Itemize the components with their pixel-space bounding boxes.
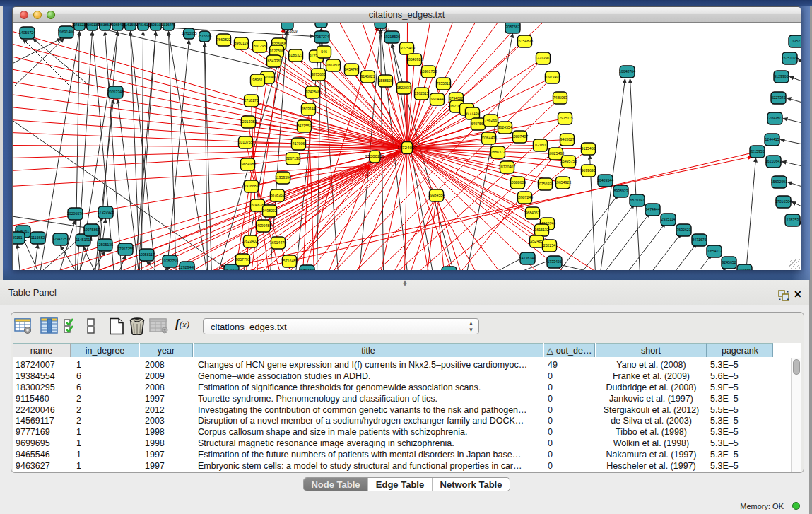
svg-text:924565: 924565 <box>739 268 751 270</box>
svg-text:12093872: 12093872 <box>767 116 783 120</box>
svg-text:20691406: 20691406 <box>58 30 74 34</box>
svg-text:16409544: 16409544 <box>597 178 613 182</box>
svg-text:16210643: 16210643 <box>765 159 782 163</box>
svg-text:8427552: 8427552 <box>297 124 311 128</box>
svg-text:9227342: 9227342 <box>771 95 785 100</box>
svg-text:14055724: 14055724 <box>19 30 35 35</box>
svg-text:19384554: 19384554 <box>428 193 445 197</box>
svg-text:18907249: 18907249 <box>517 195 533 199</box>
svg-text:9699695: 9699695 <box>581 168 595 173</box>
svg-text:2718170: 2718170 <box>244 98 258 103</box>
svg-text:16033809: 16033809 <box>281 29 297 33</box>
svg-text:546: 546 <box>321 49 327 54</box>
svg-text:20364436: 20364436 <box>481 136 497 140</box>
svg-text:9857791: 9857791 <box>235 257 249 262</box>
svg-text:7955812: 7955812 <box>436 81 450 86</box>
svg-text:18724007: 18724007 <box>397 145 417 150</box>
svg-text:252254: 252254 <box>543 243 555 247</box>
svg-text:8454749: 8454749 <box>344 67 358 71</box>
svg-text:8471676: 8471676 <box>692 238 706 242</box>
svg-text:12923448: 12923448 <box>179 265 195 269</box>
svg-text:8186323: 8186323 <box>288 53 302 57</box>
svg-text:17359928: 17359928 <box>98 210 114 214</box>
svg-text:7886372: 7886372 <box>490 150 505 154</box>
svg-text:62160: 62160 <box>535 143 546 147</box>
svg-text:3875685: 3875685 <box>311 72 325 76</box>
svg-text:7632621: 7632621 <box>676 228 690 232</box>
svg-text:12505135: 12505135 <box>97 243 113 247</box>
svg-text:17016504: 17016504 <box>775 199 792 204</box>
svg-text:98961: 98961 <box>252 78 263 82</box>
svg-text:10973493: 10973493 <box>544 75 560 79</box>
svg-text:10975867: 10975867 <box>83 228 100 232</box>
svg-text:1145191: 1145191 <box>76 238 90 242</box>
svg-text:1316475: 1316475 <box>162 23 176 27</box>
svg-text:7357274: 7357274 <box>314 35 329 39</box>
svg-text:12975115: 12975115 <box>557 116 573 120</box>
svg-text:15692991: 15692991 <box>771 180 787 184</box>
svg-text:10756928: 10756928 <box>537 182 553 186</box>
svg-text:1615132: 1615132 <box>534 228 548 232</box>
svg-text:9463627: 9463627 <box>560 137 574 141</box>
svg-text:12213382: 12213382 <box>240 119 257 124</box>
svg-text:1588520: 1588520 <box>378 78 392 83</box>
svg-text:10654112: 10654112 <box>706 249 722 253</box>
svg-text:7663822: 7663822 <box>216 37 230 42</box>
svg-text:9129966: 9129966 <box>774 74 788 78</box>
svg-text:12213967: 12213967 <box>535 56 551 60</box>
svg-text:9593103: 9593103 <box>149 23 163 27</box>
svg-text:9146821: 9146821 <box>360 74 375 78</box>
svg-text:8267130: 8267130 <box>286 156 300 160</box>
svg-text:7485063: 7485063 <box>553 95 567 100</box>
svg-text:11353594: 11353594 <box>275 175 291 180</box>
svg-text:17957255: 17957255 <box>117 247 134 251</box>
svg-text:16648764: 16648764 <box>619 69 635 74</box>
svg-text:9474444: 9474444 <box>645 207 659 211</box>
svg-text:9498222: 9498222 <box>262 209 276 213</box>
svg-text:18640910: 18640910 <box>406 57 423 62</box>
svg-text:7623402: 7623402 <box>243 239 257 243</box>
svg-text:746266: 746266 <box>485 118 497 122</box>
svg-text:128753: 128753 <box>787 218 799 222</box>
svg-text:1916682: 1916682 <box>244 184 258 188</box>
svg-text:6497568: 6497568 <box>471 122 485 126</box>
svg-text:16543362: 16543362 <box>266 59 282 63</box>
svg-text:1010755: 1010755 <box>238 140 252 144</box>
svg-text:12942757: 12942757 <box>52 237 69 241</box>
svg-text:10688609: 10688609 <box>510 180 526 185</box>
svg-text:9684067: 9684067 <box>525 211 539 215</box>
svg-text:7515526: 7515526 <box>198 34 212 38</box>
svg-text:2087682: 2087682 <box>505 25 519 29</box>
svg-text:19654985: 19654985 <box>240 162 256 166</box>
svg-text:19904448: 19904448 <box>429 97 445 101</box>
svg-text:3624554: 3624554 <box>498 125 512 129</box>
svg-text:19218506: 19218506 <box>384 35 400 39</box>
svg-text:8938923: 8938923 <box>613 189 628 193</box>
svg-text:25300215: 25300215 <box>365 153 385 158</box>
svg-text:1362615: 1362615 <box>414 91 428 95</box>
svg-text:15751074: 15751074 <box>782 56 798 60</box>
svg-text:18720407: 18720407 <box>499 165 515 169</box>
svg-text:19654923: 19654923 <box>555 180 571 185</box>
svg-text:8878352: 8878352 <box>270 193 284 197</box>
svg-text:14136141: 14136141 <box>519 256 536 260</box>
svg-text:20206576: 20206576 <box>67 211 83 216</box>
svg-text:39151: 39151 <box>13 235 23 240</box>
svg-text:1352: 1352 <box>792 39 801 43</box>
svg-text:6879197: 6879197 <box>630 198 644 202</box>
svg-text:891295: 891295 <box>254 44 266 48</box>
svg-text:1244415: 1244415 <box>765 137 779 141</box>
svg-text:16961758: 16961758 <box>420 69 437 74</box>
svg-text:20053346: 20053346 <box>107 90 124 94</box>
svg-text:16914479: 16914479 <box>270 240 286 245</box>
svg-text:1733426: 1733426 <box>547 259 561 264</box>
svg-text:5534192: 5534192 <box>224 268 238 270</box>
svg-text:8960124: 8960124 <box>234 41 248 45</box>
svg-text:0781618: 0781618 <box>136 23 151 27</box>
svg-text:10025438: 10025438 <box>548 151 564 156</box>
svg-text:9115460: 9115460 <box>582 146 596 151</box>
svg-text:10807487: 10807487 <box>512 134 528 139</box>
svg-text:9242848: 9242848 <box>305 90 319 94</box>
svg-text:2935114: 2935114 <box>661 217 676 221</box>
svg-text:14099488: 14099488 <box>255 223 271 228</box>
